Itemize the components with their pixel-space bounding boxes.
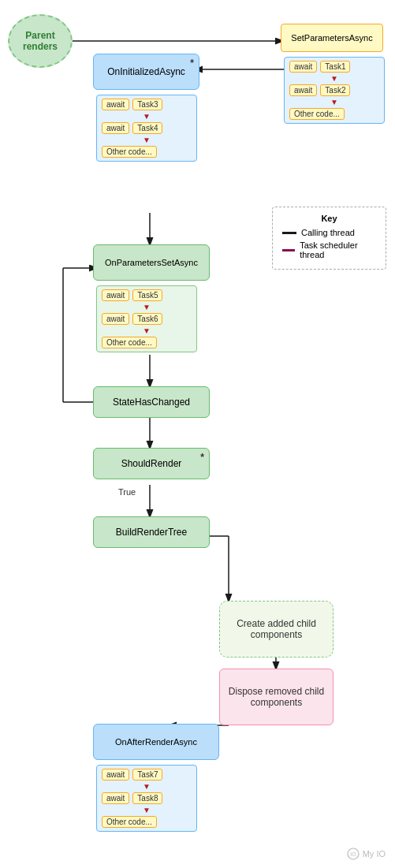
await-label-t3: await	[102, 99, 129, 110]
other-code-right-label: Other code...	[289, 108, 345, 120]
task7-row: await Task7	[102, 769, 192, 780]
initialized-inner-group: await Task3 ▼ await Task4 ▼ Other code..…	[96, 95, 197, 162]
watermark-icon: IO	[347, 848, 360, 860]
task8-row: await Task8	[102, 792, 192, 804]
state-has-changed-node: StateHasChanged	[93, 386, 210, 418]
calling-thread-key-label: Calling thread	[301, 228, 355, 237]
diagram-container: Parent renders SetParametersAsync await …	[0, 0, 395, 868]
other-code-right-row: Other code...	[289, 108, 379, 120]
await-label-t6: await	[102, 313, 129, 325]
arrow-down-t1: ▼	[289, 75, 379, 83]
after-render-inner-group: await Task7 ▼ await Task8 ▼ Other code..…	[96, 765, 197, 832]
watermark-label: My IO	[363, 849, 386, 859]
await-label-t7: await	[102, 769, 129, 780]
state-has-changed-label: StateHasChanged	[113, 397, 190, 408]
task8-label: Task8	[132, 792, 162, 804]
create-added-label: Create added child components	[226, 618, 326, 640]
calling-thread-swatch	[282, 232, 296, 234]
task5-label: Task5	[132, 289, 162, 301]
task5-row: await Task5	[102, 289, 192, 301]
await-label-t8: await	[102, 792, 129, 804]
other-code-params-label: Other code...	[102, 337, 157, 348]
on-initialized-async-label: OnInitializedAsync	[107, 66, 185, 77]
other-code-after-row: Other code...	[102, 816, 192, 828]
key-box: Key Calling thread Task scheduler thread	[272, 207, 386, 270]
on-parameters-set-async-label: OnParametersSetAsync	[105, 258, 198, 267]
true-label: True	[118, 487, 136, 497]
arrow-down-t7: ▼	[102, 783, 192, 791]
asterisk-should-render: *	[200, 452, 204, 463]
task6-row: await Task6	[102, 313, 192, 325]
parent-renders-node: Parent renders	[8, 14, 73, 68]
task2-row: await Task2	[289, 84, 379, 96]
arrow-down-t2: ▼	[289, 99, 379, 106]
other-code-params-row: Other code...	[102, 337, 192, 348]
set-parameters-async-node: SetParametersAsync	[281, 24, 383, 52]
should-render-node: ShouldRender *	[93, 448, 210, 479]
arrow-down-t5: ▼	[102, 304, 192, 311]
watermark: IO My IO	[347, 848, 386, 860]
on-after-render-async-node: OnAfterRenderAsync	[93, 724, 219, 760]
task6-label: Task6	[132, 313, 162, 325]
key-title: Key	[282, 214, 376, 223]
set-params-right-inner-group: await Task1 ▼ await Task2 ▼ Other code..…	[284, 57, 385, 124]
task7-label: Task7	[132, 769, 162, 780]
build-render-tree-node: BuildRenderTree	[93, 516, 210, 548]
calling-thread-key: Calling thread	[282, 228, 376, 237]
parent-renders-label: Parent renders	[9, 30, 71, 52]
task3-row: await Task3	[102, 99, 192, 110]
task-scheduler-key: Task scheduler thread	[282, 240, 376, 259]
task1-row: await Task1	[289, 61, 379, 73]
on-parameters-set-async-node: OnParametersSetAsync	[93, 244, 210, 281]
await-label-t2: await	[289, 84, 317, 96]
arrow-down-t3: ▼	[102, 113, 192, 121]
task1-label: Task1	[320, 61, 350, 73]
await-label-t5: await	[102, 289, 129, 301]
task3-label: Task3	[132, 99, 162, 110]
should-render-label: ShouldRender	[121, 458, 182, 469]
svg-text:IO: IO	[350, 851, 356, 857]
task4-row: await Task4	[102, 122, 192, 134]
dispose-removed-node: Dispose removed child components	[219, 669, 334, 725]
dispose-removed-label: Dispose removed child components	[226, 686, 326, 708]
params-set-inner-group: await Task5 ▼ await Task6 ▼ Other code..…	[96, 285, 197, 352]
await-label-t4: await	[102, 122, 129, 134]
arrow-down-t8: ▼	[102, 807, 192, 814]
await-label-t1: await	[289, 61, 317, 73]
task4-label: Task4	[132, 122, 162, 134]
other-code-init-row: Other code...	[102, 146, 192, 158]
task2-label: Task2	[320, 84, 350, 96]
asterisk-initialized: *	[190, 58, 194, 69]
task-scheduler-key-label: Task scheduler thread	[300, 240, 376, 259]
other-code-init-label: Other code...	[102, 146, 157, 158]
other-code-after-label: Other code...	[102, 816, 157, 828]
arrow-down-t6: ▼	[102, 327, 192, 335]
on-after-render-async-label: OnAfterRenderAsync	[115, 737, 197, 747]
create-added-node: Create added child components	[219, 601, 334, 658]
arrow-down-t4: ▼	[102, 136, 192, 144]
build-render-tree-label: BuildRenderTree	[116, 527, 187, 538]
on-initialized-async-node: OnInitializedAsync *	[93, 54, 199, 90]
task-scheduler-swatch	[282, 249, 295, 251]
set-parameters-async-label: SetParametersAsync	[291, 33, 372, 43]
